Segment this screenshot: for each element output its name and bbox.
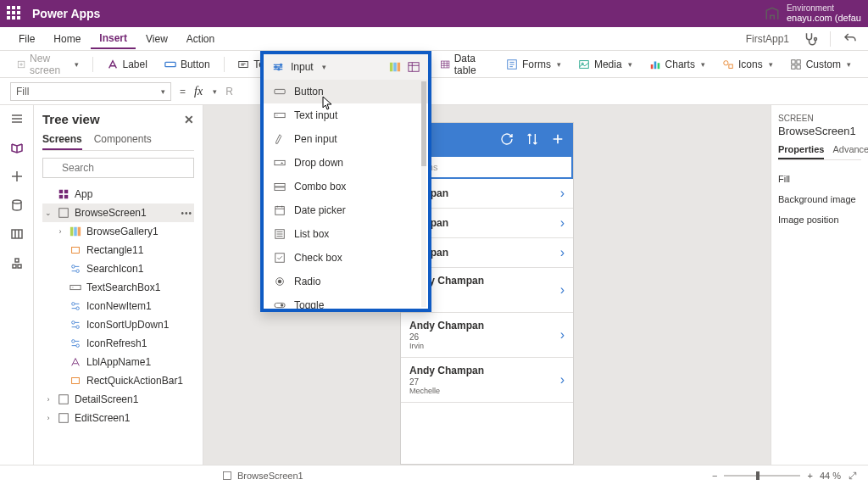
dropdown-item-date-picker[interactable]: Date picker	[264, 198, 428, 222]
chevron-down-icon: ▾	[161, 87, 165, 96]
tree-browsescreen1[interactable]: ⌄ BrowseScreen1 •••	[42, 203, 194, 222]
svg-point-17	[724, 60, 728, 64]
expand-icon[interactable]: ›	[56, 227, 64, 236]
expand-icon[interactable]: ›	[44, 414, 53, 422]
tab-screens[interactable]: Screens	[42, 133, 82, 150]
gallery-item[interactable]: Andy Champan27Mechelle›	[401, 358, 573, 403]
property-select[interactable]: Fill ▾	[10, 82, 171, 101]
menu-view[interactable]: View	[137, 30, 176, 48]
tools-icon[interactable]	[10, 256, 24, 270]
undo-icon[interactable]	[843, 31, 858, 47]
dropdown-item-check-box[interactable]: Check box	[264, 246, 428, 270]
zoom-plus[interactable]: +	[807, 471, 812, 481]
dropdown-item-text-input[interactable]: Text input	[264, 103, 428, 127]
forms-button[interactable]: Forms▾	[499, 55, 568, 74]
tab-advanced[interactable]: Advanced	[832, 144, 868, 159]
menu-action[interactable]: Action	[178, 30, 223, 48]
gallery-item[interactable]: Andy Champan26Irvin›	[401, 313, 573, 358]
screen-icon	[58, 412, 70, 424]
sort-icon[interactable]	[526, 132, 539, 146]
dropdown-item-combo-box[interactable]: Combo box	[264, 175, 428, 198]
media-rail-icon[interactable]	[10, 227, 24, 241]
plus-icon[interactable]	[551, 132, 565, 146]
more-icon[interactable]: •••	[181, 209, 192, 218]
new-screen-button[interactable]: New screen▾	[10, 49, 86, 80]
combo-icon	[274, 181, 286, 192]
pen-icon	[274, 133, 286, 145]
custom-button[interactable]: Custom▾	[783, 55, 858, 74]
svg-rect-56	[275, 113, 285, 117]
gallery-icon	[70, 226, 81, 237]
chevron-down-icon[interactable]: ▾	[213, 87, 217, 96]
tree-item[interactable]: RectQuickActionBar1	[54, 371, 194, 390]
svg-point-35	[72, 265, 75, 269]
zoom-slider[interactable]	[724, 475, 800, 477]
refresh-icon[interactable]	[500, 132, 514, 146]
tree-app-root[interactable]: App	[42, 185, 194, 203]
radio-icon	[274, 276, 286, 287]
menu-file[interactable]: File	[10, 30, 43, 48]
custom-icon	[790, 59, 802, 70]
prop-imagepos[interactable]: Image position	[778, 209, 861, 230]
toggle-icon	[274, 299, 286, 309]
tree-editscreen1[interactable]: ›EditScreen1	[42, 409, 194, 427]
tree-item[interactable]: TextSearchBox1	[54, 278, 194, 297]
forms-icon	[506, 59, 518, 70]
menu-insert[interactable]: Insert	[91, 29, 136, 49]
svg-rect-2	[165, 62, 175, 66]
dropdown-item-drop-down[interactable]: Drop down	[264, 151, 428, 175]
svg-point-64	[278, 280, 281, 283]
prop-fill[interactable]: Fill	[778, 169, 861, 189]
stethoscope-icon[interactable]	[803, 31, 818, 47]
chevron-right-icon: ›	[560, 327, 565, 343]
tree-item[interactable]: SearchIcon1	[54, 259, 194, 278]
label-button[interactable]: Label	[100, 55, 154, 74]
data-table-button[interactable]: Data table	[434, 49, 496, 80]
collapse-icon[interactable]: ⌄	[44, 209, 53, 217]
dropdown-item-toggle[interactable]: Toggle	[264, 293, 428, 309]
dropdown-item-list-box[interactable]: List box	[264, 222, 428, 246]
tree-item[interactable]: IconSortUpDown1	[54, 315, 194, 334]
zoom-minus[interactable]: −	[712, 471, 717, 481]
dropdown-item-radio[interactable]: Radio	[264, 270, 428, 293]
dropdown-item-pen-input[interactable]: Pen input	[264, 127, 428, 151]
media-button[interactable]: Media▾	[571, 55, 639, 74]
prop-bgimage[interactable]: Background image	[778, 189, 861, 209]
tab-properties[interactable]: Properties	[778, 144, 824, 159]
comp-icon	[70, 337, 81, 349]
charts-button[interactable]: Charts▾	[643, 55, 712, 74]
left-rail	[0, 105, 34, 465]
equals-sign: =	[180, 86, 186, 98]
button-button[interactable]: Button	[158, 55, 217, 74]
svg-rect-58	[275, 184, 285, 187]
plus-icon[interactable]	[10, 170, 24, 183]
data-icon[interactable]	[10, 198, 24, 212]
tree-item[interactable]: LblAppName1	[54, 353, 194, 371]
environment-block[interactable]: Environment enayu.com (defau	[787, 3, 861, 23]
svg-point-36	[76, 270, 80, 273]
expand-icon[interactable]	[848, 471, 858, 481]
tree-item[interactable]: ›BrowseGallery1	[54, 222, 194, 241]
svg-rect-18	[729, 64, 732, 68]
tree-search-input[interactable]	[42, 158, 194, 178]
waffle-icon[interactable]	[7, 6, 22, 21]
tab-components[interactable]: Components	[94, 133, 152, 150]
svg-rect-52	[393, 63, 397, 72]
expand-icon[interactable]: ›	[44, 395, 53, 404]
new-screen-icon	[17, 59, 25, 70]
screen-icon	[58, 393, 70, 405]
tree-view-icon[interactable]	[10, 141, 24, 154]
menu-home[interactable]: Home	[45, 30, 89, 48]
tree-item[interactable]: Rectangle11	[54, 241, 194, 259]
dropdown-item-button[interactable]: Button	[264, 80, 428, 103]
tree-detailscreen1[interactable]: ›DetailScreen1	[42, 390, 194, 409]
svg-rect-29	[64, 195, 68, 198]
tree-item[interactable]: IconNewItem1	[54, 297, 194, 315]
svg-rect-51	[390, 63, 393, 72]
close-icon[interactable]: ✕	[184, 113, 194, 126]
dropdown-header[interactable]: Input▾	[264, 54, 428, 80]
icons-button[interactable]: Icons▾	[715, 55, 780, 74]
dropdown-scrollbar[interactable]	[421, 81, 426, 307]
hamburger-icon[interactable]	[10, 112, 24, 125]
tree-item[interactable]: IconRefresh1	[54, 334, 194, 353]
